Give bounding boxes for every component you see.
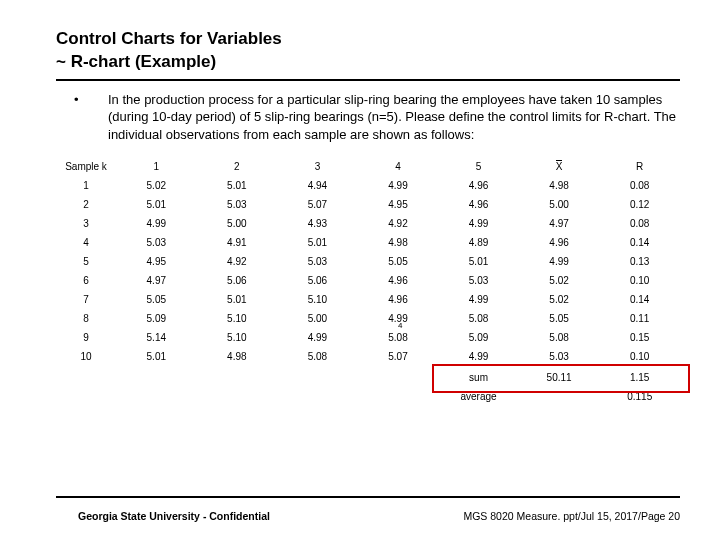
col-header-sample: Sample k [56,157,116,176]
footer-confidential: Georgia State University - Confidential [78,510,270,522]
table-cell: 5.14 [116,328,197,347]
table-cell: 4.89 [438,233,519,252]
table-cell: 0.10 [599,347,680,366]
table-cell: 4.98 [358,233,439,252]
table-cell: 4.95 [116,252,197,271]
table-row: 85.095.105.004.9945.085.050.11 [56,309,680,328]
table-cell: 5.01 [197,176,278,195]
table-cell: 0.15 [599,328,680,347]
table-cell: 0.13 [599,252,680,271]
table-row: 15.025.014.944.994.964.980.08 [56,176,680,195]
table-cell: 7 [56,290,116,309]
table-cell: 9 [56,328,116,347]
table-cell: 4.98 [519,176,600,195]
table-cell: 4.99 [438,214,519,233]
table-sum-row: sum50.111.15 [56,366,680,387]
col-header-r: R [599,157,680,176]
table-cell: 5.08 [277,347,358,366]
divider-top [56,79,680,81]
table-row: 25.015.035.074.954.965.000.12 [56,195,680,214]
table-cell: 0.14 [599,290,680,309]
body-paragraph: • In the production process for a partic… [56,91,680,144]
table-average-row: average0.115 [56,387,680,406]
col-header-4: 4 [358,157,439,176]
table-cell: 5.01 [438,252,519,271]
sum-label: sum [438,366,519,387]
table-cell: 5.00 [277,309,358,328]
table-cell: 3 [56,214,116,233]
table-cell: 4.99 [438,347,519,366]
table-cell: 4.94 [277,176,358,195]
table-cell: 5.01 [197,290,278,309]
table-cell: 0.12 [599,195,680,214]
table-cell: 4.994 [358,309,439,328]
table-cell: 4.93 [277,214,358,233]
slide-title: Control Charts for Variables [56,28,680,49]
slide-number-marker: 4 [398,321,402,330]
table-cell: 5.00 [519,195,600,214]
table-cell: 5.01 [116,195,197,214]
slide-subtitle: ~ R-chart (Example) [56,51,680,72]
table-cell: 4.96 [438,195,519,214]
table-cell: 5.02 [519,290,600,309]
table-cell: 5.02 [519,271,600,290]
table-cell: 0.14 [599,233,680,252]
table-cell: 4.91 [197,233,278,252]
table-cell: 5.08 [519,328,600,347]
footer-page-info: MGS 8020 Measure. ppt/Jul 15, 2017/Page … [463,510,680,522]
table-cell: 4.95 [358,195,439,214]
table-cell: 5.03 [519,347,600,366]
table-cell: 4 [56,233,116,252]
table-cell: 10 [56,347,116,366]
table-cell: 1 [56,176,116,195]
sum-r: 1.15 [599,366,680,387]
table-cell: 5.06 [277,271,358,290]
table-cell: 8 [56,309,116,328]
table-cell: 5.01 [277,233,358,252]
table-cell: 4.96 [519,233,600,252]
table-cell: 4.98 [197,347,278,366]
table-cell: 4.99 [438,290,519,309]
table-cell: 0.11 [599,309,680,328]
table-cell: 5.02 [116,176,197,195]
table-cell: 5.05 [519,309,600,328]
table-cell: 5.01 [116,347,197,366]
table-cell: 5.05 [358,252,439,271]
table-cell: 5.10 [197,309,278,328]
table-cell: 4.99 [519,252,600,271]
table-row: 105.014.985.085.074.995.030.10 [56,347,680,366]
table-row: 95.145.104.995.085.095.080.15 [56,328,680,347]
table-cell: 5.03 [277,252,358,271]
table-cell: 5.07 [277,195,358,214]
table-cell: 5.09 [438,328,519,347]
col-header-3: 3 [277,157,358,176]
table-cell: 5.03 [438,271,519,290]
avg-label: average [438,387,519,406]
table-cell: 4.97 [116,271,197,290]
table-row: 54.954.925.035.055.014.990.13 [56,252,680,271]
table-cell: 5.05 [116,290,197,309]
col-header-1: 1 [116,157,197,176]
table-cell: 5.10 [277,290,358,309]
table-cell: 6 [56,271,116,290]
table-cell: 2 [56,195,116,214]
table-cell: 5.08 [438,309,519,328]
table-cell: 5.03 [116,233,197,252]
table-cell: 5.06 [197,271,278,290]
sum-xbar: 50.11 [519,366,600,387]
col-header-xbar: X [519,157,600,176]
table-row: 34.995.004.934.924.994.970.08 [56,214,680,233]
bullet-icon: • [74,91,84,144]
col-header-2: 2 [197,157,278,176]
table-cell: 5.03 [197,195,278,214]
table-cell: 0.08 [599,214,680,233]
body-text: In the production process for a particul… [108,91,680,144]
table-cell: 4.96 [358,271,439,290]
table-row: 64.975.065.064.965.035.020.10 [56,271,680,290]
table-cell: 4.92 [358,214,439,233]
data-table: Sample k 1 2 3 4 5 X R 15.025.014.944.99… [56,157,680,406]
table-cell: 4.99 [277,328,358,347]
table-row: 45.034.915.014.984.894.960.14 [56,233,680,252]
col-header-5: 5 [438,157,519,176]
divider-bottom [56,496,680,498]
